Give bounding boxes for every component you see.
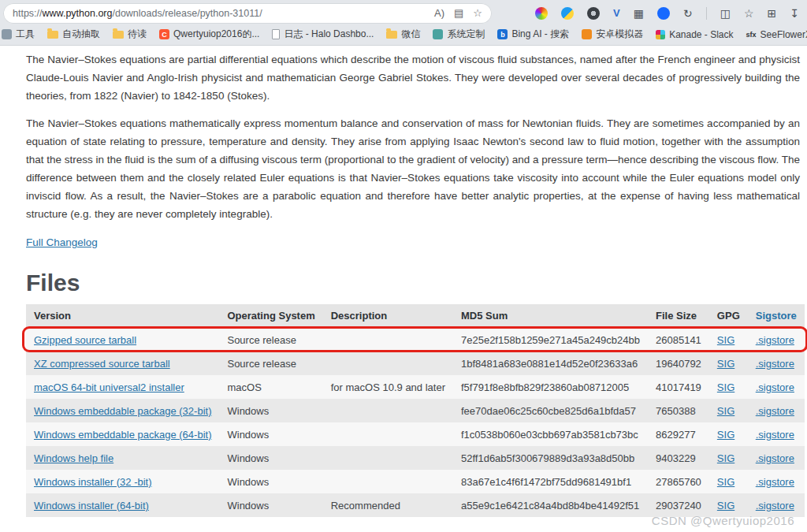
bookmark-csdn-blog[interactable]: C Qwertyuiop2016的... (159, 28, 259, 41)
extension-sphere-icon[interactable] (561, 7, 574, 20)
file-link[interactable]: Windows installer (64-bit) (34, 500, 149, 512)
bookmark-label: 待读 (128, 28, 147, 41)
read-aloud-icon[interactable]: A) (434, 8, 444, 18)
description-cell (323, 422, 453, 446)
folder-icon (47, 31, 58, 39)
file-link[interactable]: XZ compressed source tarball (34, 358, 170, 370)
md5-cell: 83a67e1c4f6f1472bf75dd9681491bf1 (453, 470, 648, 493)
bookmark-wechat[interactable]: 微信 (386, 28, 420, 41)
full-changelog-link[interactable]: Full Changelog (26, 236, 98, 248)
table-row: Windows embeddable package (32-bit) Wind… (26, 399, 805, 422)
paragraph-navier-stokes-1: The Navier–Stokes equations are partial … (26, 50, 800, 105)
immersive-reader-icon[interactable]: ▤ (454, 8, 463, 18)
grid-extension-icon[interactable]: ▦ (634, 8, 644, 19)
os-cell: Windows (219, 493, 322, 517)
folder-icon (113, 31, 124, 39)
os-cell: Windows (219, 422, 322, 446)
bookmark-system-custom[interactable]: 系统定制 (433, 28, 485, 41)
browser-chrome: https://www.python.org/downloads/release… (0, 0, 807, 46)
sigstore-link[interactable]: .sigstore (756, 476, 794, 488)
bookmark-seeflowerx[interactable]: sfx SeeFlowerX (746, 29, 807, 40)
gpg-sig-link[interactable]: SIG (717, 429, 734, 441)
gpg-sig-link[interactable]: SIG (717, 334, 734, 346)
bookmark-label: Qwertyuiop2016的... (173, 28, 259, 41)
downloads-icon[interactable]: ↧ (790, 8, 799, 19)
filesize-cell: 8629277 (648, 422, 709, 446)
bookmark-label: 工具 (16, 28, 35, 41)
split-screen-icon[interactable]: ◫ (720, 8, 731, 19)
bookmark-bing-ai[interactable]: b Bing AI - 搜索 (497, 28, 569, 41)
bookmark-label: 日志 - Halo Dashbo... (284, 28, 374, 41)
md5-cell: 52ff1d6ab5f300679889d3a93a8d50bb (453, 446, 648, 470)
collections-icon[interactable]: ⊞ (768, 8, 777, 19)
slack-icon (656, 30, 665, 39)
sigstore-link[interactable]: .sigstore (756, 429, 794, 441)
bookmark-label: 系统定制 (447, 28, 485, 41)
bookmark-label: SeeFlowerX (761, 29, 807, 40)
paw-extension-icon[interactable] (657, 7, 670, 20)
filesize-cell: 27865760 (648, 470, 709, 493)
extension-colorwheel-icon[interactable] (535, 7, 548, 20)
col-header-sigstore[interactable]: Sigstore (748, 304, 805, 328)
os-cell: macOS (219, 375, 322, 399)
bookmark-slack[interactable]: Kanade - Slack (656, 29, 733, 40)
col-header-description: Description (323, 304, 453, 328)
bookmark-label: Bing AI - 搜索 (511, 28, 569, 41)
url-text: https://www.python.org/downloads/release… (13, 8, 425, 19)
tools-icon (2, 29, 12, 39)
os-cell: Source release (219, 328, 322, 352)
bookmark-auto-extract[interactable]: 自动抽取 (47, 28, 100, 41)
vimium-extension-icon[interactable]: V (613, 8, 620, 18)
url-host: www.python.org (43, 8, 113, 19)
sigstore-link[interactable]: .sigstore (756, 405, 794, 417)
bookmark-halo-dashboard[interactable]: 日志 - Halo Dashbo... (272, 28, 374, 41)
filesize-cell: 19640792 (648, 352, 709, 375)
sigstore-link[interactable]: .sigstore (756, 500, 794, 512)
bing-icon: b (497, 29, 508, 39)
files-table-wrap: Version Operating System Description MD5… (26, 304, 802, 517)
description-cell: Recommended (323, 493, 453, 517)
table-row: macOS 64-bit universal2 installer macOS … (26, 375, 805, 399)
refresh-extension-icon[interactable]: ↻ (683, 8, 693, 19)
sigstore-link[interactable]: .sigstore (756, 452, 794, 464)
description-cell (323, 470, 453, 493)
bookmark-label: 自动抽取 (62, 28, 100, 41)
os-cell: Windows (219, 470, 322, 493)
csdn-icon: C (159, 29, 169, 39)
table-row: Gzipped source tarball Source release 7e… (26, 328, 805, 352)
bookmark-label: 安卓模拟器 (596, 28, 643, 41)
gpg-sig-link[interactable]: SIG (717, 500, 734, 512)
gpg-sig-link[interactable]: SIG (717, 381, 734, 393)
favorite-star-icon[interactable]: ☆ (473, 8, 482, 18)
gpg-sig-link[interactable]: SIG (717, 476, 734, 488)
favorites-icon[interactable]: ☆ (744, 8, 754, 19)
description-cell (323, 352, 453, 375)
file-link[interactable]: macOS 64-bit universal2 installer (34, 381, 184, 393)
bookmark-android-emulator[interactable]: 安卓模拟器 (582, 28, 643, 41)
sigstore-link[interactable]: .sigstore (756, 334, 794, 346)
address-bar[interactable]: https://www.python.org/downloads/release… (3, 3, 492, 24)
bookmarks-bar: 工具 自动抽取 待读 C Qwertyuiop2016的... 日志 - Hal… (0, 25, 807, 45)
address-row: https://www.python.org/downloads/release… (0, 0, 807, 25)
extension-record-icon[interactable] (587, 7, 600, 20)
sigstore-link[interactable]: .sigstore (756, 358, 794, 370)
file-link[interactable]: Windows embeddable package (32-bit) (34, 405, 211, 417)
table-header-row: Version Operating System Description MD5… (26, 304, 805, 328)
file-link[interactable]: Windows embeddable package (64-bit) (34, 429, 211, 441)
filesize-cell: 26085141 (648, 328, 709, 352)
file-link[interactable]: Windows help file (34, 452, 113, 464)
bookmark-to-read[interactable]: 待读 (113, 28, 147, 41)
gpg-sig-link[interactable]: SIG (717, 452, 734, 464)
bookmark-tools[interactable]: 工具 (2, 28, 35, 41)
file-link[interactable]: Gzipped source tarball (34, 334, 136, 346)
gpg-sig-link[interactable]: SIG (717, 405, 734, 417)
md5-cell: f1c0538b060e03cbb697ab3581cb73bc (453, 422, 648, 446)
file-link[interactable]: Windows installer (32 -bit) (34, 476, 152, 488)
sigstore-link[interactable]: .sigstore (756, 381, 794, 393)
gpg-sig-link[interactable]: SIG (717, 358, 734, 370)
md5-cell: fee70dae06c25c60cbe825d6a1bfda57 (453, 399, 648, 422)
table-row: Windows help file Windows 52ff1d6ab5f300… (26, 446, 805, 470)
toolbar-divider (706, 7, 707, 20)
md5-cell: a55e9c1e6421c84a4bd8b4be41492f51 (453, 493, 648, 517)
sfx-icon: sfx (746, 31, 757, 39)
